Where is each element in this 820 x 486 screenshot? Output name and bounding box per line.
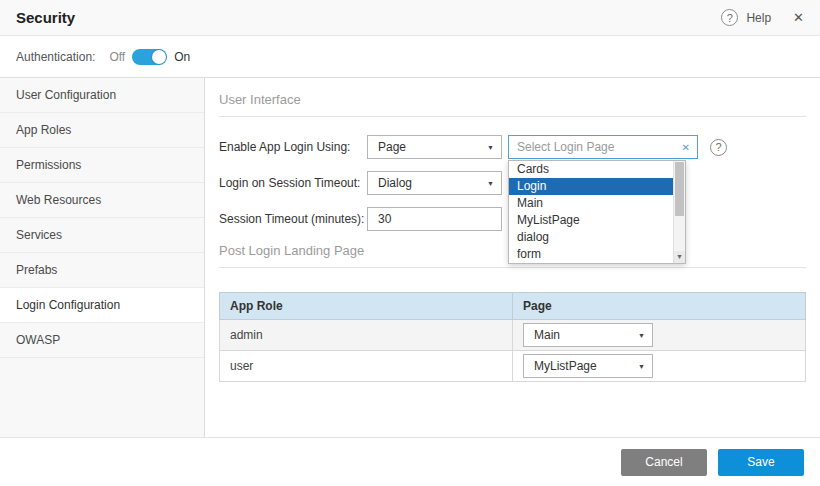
table-row: user MyListPage ▼ bbox=[220, 351, 806, 382]
app-role-cell: user bbox=[220, 351, 513, 382]
toggle-on-label: On bbox=[174, 50, 190, 64]
dropdown-option-mylistpage[interactable]: MyListPage bbox=[509, 212, 673, 229]
dropdown-option-main[interactable]: Main bbox=[509, 195, 673, 212]
column-header-app-role: App Role bbox=[220, 293, 513, 320]
close-icon[interactable]: ✕ bbox=[793, 10, 804, 25]
login-page-combobox[interactable]: ✕ bbox=[508, 135, 698, 159]
title-bar: Security ? Help ✕ bbox=[0, 0, 820, 36]
page-title: Security bbox=[16, 9, 75, 26]
caret-down-icon: ▼ bbox=[487, 180, 494, 187]
help-icon[interactable]: ? bbox=[721, 9, 738, 26]
help-label[interactable]: Help bbox=[746, 11, 771, 25]
sidebar-item-services[interactable]: Services bbox=[0, 218, 204, 253]
dropdown-option-cards[interactable]: Cards bbox=[509, 161, 673, 178]
sidebar-item-prefabs[interactable]: Prefabs bbox=[0, 253, 204, 288]
user-page-value: MyListPage bbox=[534, 359, 597, 373]
caret-down-icon: ▼ bbox=[487, 144, 494, 151]
dropdown-option-login[interactable]: Login bbox=[509, 178, 673, 195]
session-timeout-mode-select[interactable]: Dialog ▼ bbox=[367, 171, 502, 195]
admin-page-select[interactable]: Main ▼ bbox=[523, 323, 653, 347]
sidebar-item-app-roles[interactable]: App Roles bbox=[0, 113, 204, 148]
save-button[interactable]: Save bbox=[718, 449, 804, 476]
scrollbar-thumb[interactable] bbox=[675, 162, 684, 216]
clear-icon[interactable]: ✕ bbox=[682, 142, 690, 153]
section-title-user-interface: User Interface bbox=[219, 92, 806, 117]
table-row: admin Main ▼ bbox=[220, 320, 806, 351]
login-page-help-icon[interactable]: ? bbox=[710, 139, 727, 156]
authentication-label: Authentication: bbox=[16, 50, 95, 64]
session-timeout-mode-label: Login on Session Timeout: bbox=[219, 176, 367, 190]
scroll-down-icon[interactable]: ▼ bbox=[674, 251, 685, 263]
column-header-page: Page bbox=[513, 293, 806, 320]
table-header-row: App Role Page bbox=[220, 293, 806, 320]
toggle-knob bbox=[152, 50, 166, 64]
login-page-dropdown: Cards Login Main MyListPage dialog form … bbox=[508, 160, 686, 264]
sidebar-item-web-resources[interactable]: Web Resources bbox=[0, 183, 204, 218]
login-using-select-value: Page bbox=[378, 140, 406, 154]
authentication-toggle[interactable] bbox=[132, 49, 167, 65]
dropdown-scrollbar[interactable]: ▼ bbox=[673, 161, 685, 263]
dropdown-option-dialog[interactable]: dialog bbox=[509, 229, 673, 246]
page-cell: Main ▼ bbox=[513, 320, 806, 351]
caret-down-icon: ▼ bbox=[638, 332, 645, 339]
session-timeout-input[interactable]: 30 bbox=[367, 207, 502, 231]
sidebar: User Configuration App Roles Permissions… bbox=[0, 78, 205, 437]
body: User Configuration App Roles Permissions… bbox=[0, 78, 820, 437]
sidebar-item-permissions[interactable]: Permissions bbox=[0, 148, 204, 183]
cancel-button[interactable]: Cancel bbox=[621, 449, 707, 476]
sidebar-item-user-configuration[interactable]: User Configuration bbox=[0, 78, 204, 113]
enable-app-login-row: Enable App Login Using: Page ▼ ✕ ? bbox=[219, 135, 806, 159]
titlebar-actions: ? Help ✕ bbox=[721, 9, 804, 26]
admin-page-value: Main bbox=[534, 328, 560, 342]
dropdown-option-form[interactable]: form bbox=[509, 246, 673, 263]
landing-page-table: App Role Page admin Main ▼ bbox=[219, 292, 806, 382]
authentication-bar: Authentication: Off On bbox=[0, 36, 820, 78]
security-dialog: Security ? Help ✕ Authentication: Off On… bbox=[0, 0, 820, 486]
sidebar-item-login-configuration[interactable]: Login Configuration bbox=[0, 288, 204, 323]
app-role-cell: admin bbox=[220, 320, 513, 351]
session-timeout-value: 30 bbox=[378, 212, 391, 226]
session-timeout-label: Session Timeout (minutes): bbox=[219, 212, 367, 226]
toggle-off-label: Off bbox=[109, 50, 125, 64]
footer: Cancel Save bbox=[0, 437, 820, 486]
login-using-select[interactable]: Page ▼ bbox=[367, 135, 502, 159]
user-page-select[interactable]: MyListPage ▼ bbox=[523, 354, 653, 378]
enable-app-login-label: Enable App Login Using: bbox=[219, 140, 367, 154]
login-page-input[interactable] bbox=[511, 140, 682, 154]
main-content: User Interface Enable App Login Using: P… bbox=[205, 78, 820, 437]
caret-down-icon: ▼ bbox=[638, 363, 645, 370]
session-timeout-mode-value: Dialog bbox=[378, 176, 412, 190]
sidebar-item-owasp[interactable]: OWASP bbox=[0, 323, 204, 358]
page-cell: MyListPage ▼ bbox=[513, 351, 806, 382]
